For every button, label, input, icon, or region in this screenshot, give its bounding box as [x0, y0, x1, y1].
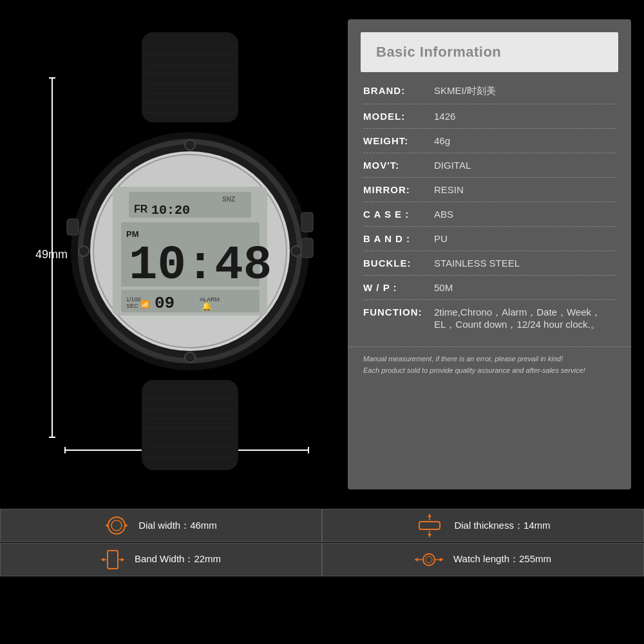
info-panel: Basic Information BRAND: SKMEI/时刻美 MODEL… — [348, 19, 631, 489]
movt-value: DIGITAL — [434, 160, 616, 171]
info-title-bar: Basic Information — [361, 32, 618, 72]
svg-marker-60 — [121, 558, 124, 562]
note-line2: Each product sold to provide quality ass… — [363, 365, 616, 377]
svg-point-62 — [426, 556, 432, 563]
brand-value: SKMEI/时刻美 — [434, 85, 616, 97]
svg-point-61 — [423, 554, 435, 565]
svg-point-46 — [111, 520, 122, 531]
watch-length-text: Watch length：255mm — [453, 553, 551, 565]
svg-text:10:20: 10:20 — [151, 203, 190, 218]
movt-row: MOV'T: DIGITAL — [363, 153, 616, 178]
svg-rect-0 — [142, 32, 238, 122]
svg-rect-51 — [419, 522, 440, 529]
weight-value: 46g — [434, 135, 616, 146]
model-value: 1426 — [434, 111, 616, 122]
brand-row: BRAND: SKMEI/时刻美 — [363, 79, 616, 104]
spec-band-width: Band Width：22mm — [0, 543, 322, 576]
svg-text:1/100: 1/100 — [126, 296, 141, 303]
svg-marker-48 — [106, 524, 108, 527]
band-width-icon — [101, 548, 124, 571]
wp-row: W / P : 50M — [363, 276, 616, 300]
svg-marker-66 — [440, 558, 443, 562]
svg-text:🔔: 🔔 — [202, 301, 213, 312]
svg-text:SNZ: SNZ — [222, 196, 235, 203]
svg-rect-25 — [301, 213, 313, 232]
main-area: 49mm 46mm — [0, 0, 644, 509]
wp-value: 50M — [434, 282, 616, 293]
weight-label: WEIGHT: — [363, 135, 434, 146]
svg-point-21 — [185, 140, 195, 150]
buckle-value: STAINLESS STEEL — [434, 258, 616, 269]
svg-marker-50 — [125, 524, 128, 527]
dial-width-text: Dial width：46mm — [138, 520, 217, 532]
svg-text:SEC: SEC — [126, 303, 138, 309]
dial-thickness-text: Dial thickness：14mm — [454, 520, 550, 532]
case-label: C A S E : — [363, 209, 434, 220]
watch-length-icon — [415, 548, 443, 571]
case-row: C A S E : ABS — [363, 202, 616, 227]
svg-marker-53 — [428, 514, 431, 517]
spec-watch-length: Watch length：255mm — [322, 543, 644, 576]
dimension-height-label: 49mm — [35, 248, 68, 261]
function-label: FUNCTION: — [363, 307, 434, 317]
svg-marker-64 — [415, 558, 418, 562]
dial-thickness-icon — [415, 514, 444, 537]
mirror-row: MIRROR: RESIN — [363, 178, 616, 202]
buckle-row: BUCKLE: STAINLESS STEEL — [363, 251, 616, 276]
spec-dial-width: Dial width：46mm — [0, 509, 322, 542]
band-row: B A N D : PU — [363, 227, 616, 251]
band-label: B A N D : — [363, 233, 434, 244]
brand-label: BRAND: — [363, 85, 434, 96]
watch-image: SNZ FR 10:20 PM 10:48 1/100 SEC 📶 09 — [64, 32, 316, 470]
function-value: 2time,Chrono，Alarm，Date，Week，EL，Count do… — [434, 307, 616, 331]
svg-point-23 — [79, 246, 89, 256]
dial-width-icon — [105, 514, 128, 537]
svg-text:PM: PM — [126, 229, 139, 239]
svg-marker-58 — [101, 558, 104, 562]
band-value: PU — [434, 233, 616, 244]
svg-text:09: 09 — [155, 294, 175, 313]
function-row: FUNCTION: 2time,Chrono，Alarm，Date，Week，E… — [363, 300, 616, 337]
specs-bar: Dial width：46mm Dial thickness：14mm — [0, 509, 644, 576]
band-width-text: Band Width：22mm — [135, 553, 221, 565]
info-table: BRAND: SKMEI/时刻美 MODEL: 1426 WEIGHT: 46g… — [348, 72, 631, 344]
buckle-label: BUCKLE: — [363, 258, 434, 269]
spec-dial-thickness: Dial thickness：14mm — [322, 509, 644, 542]
svg-rect-56 — [108, 551, 118, 569]
svg-text:10:48: 10:48 — [129, 238, 272, 292]
svg-text:FR: FR — [134, 204, 148, 214]
info-note: Manual measurement, if there is an error… — [348, 346, 631, 383]
movt-label: MOV'T: — [363, 160, 434, 171]
svg-point-22 — [185, 352, 195, 363]
note-line1: Manual measurement, if there is an error… — [363, 354, 616, 365]
watch-area: 49mm 46mm — [0, 0, 341, 509]
mirror-value: RESIN — [434, 184, 616, 195]
model-label: MODEL: — [363, 111, 434, 122]
mirror-label: MIRROR: — [363, 184, 434, 195]
weight-row: WEIGHT: 46g — [363, 129, 616, 153]
svg-rect-27 — [67, 219, 79, 235]
info-title: Basic Information — [376, 44, 501, 60]
wp-label: W / P : — [363, 282, 434, 293]
svg-text:📶: 📶 — [140, 299, 149, 308]
svg-point-24 — [291, 246, 301, 256]
svg-point-45 — [108, 517, 125, 534]
svg-rect-9 — [142, 380, 238, 470]
model-row: MODEL: 1426 — [363, 104, 616, 129]
case-value: ABS — [434, 209, 616, 220]
svg-marker-55 — [428, 534, 431, 537]
svg-rect-26 — [301, 238, 313, 258]
